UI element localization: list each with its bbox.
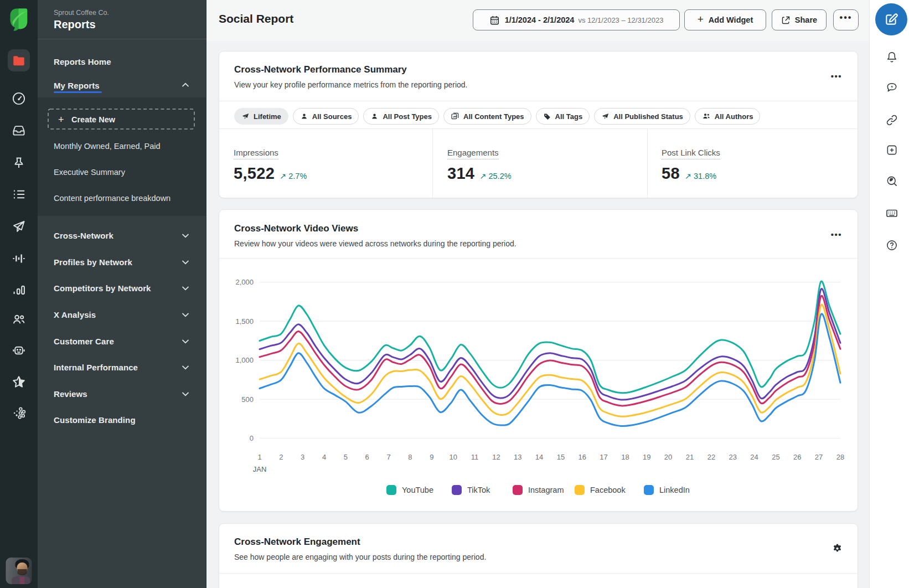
svg-text:28: 28 [836,453,844,461]
svg-text:6: 6 [365,453,369,461]
svg-text:25: 25 [772,453,779,461]
svg-text:17: 17 [600,453,607,461]
svg-text:1,500: 1,500 [235,317,254,326]
svg-text:26: 26 [793,453,801,461]
svg-text:500: 500 [241,395,254,404]
svg-text:1: 1 [257,453,261,461]
svg-text:5: 5 [344,453,348,461]
svg-text:8: 8 [408,453,412,461]
svg-text:9: 9 [430,453,433,461]
svg-text:4: 4 [322,453,326,461]
svg-text:2,000: 2,000 [235,278,254,286]
svg-text:14: 14 [535,453,543,461]
svg-text:12: 12 [492,453,500,461]
svg-text:24: 24 [750,453,758,461]
svg-text:1,000: 1,000 [235,356,254,364]
svg-text:0: 0 [250,434,254,442]
svg-text:18: 18 [621,453,629,461]
svg-text:13: 13 [514,453,521,461]
svg-text:3: 3 [301,453,304,461]
svg-text:21: 21 [686,453,694,461]
svg-text:23: 23 [729,453,736,461]
svg-text:TikTok: TikTok [467,486,490,494]
svg-text:Facebook: Facebook [590,486,626,494]
svg-text:20: 20 [664,453,672,461]
svg-text:16: 16 [579,453,586,461]
svg-text:LinkedIn: LinkedIn [659,486,690,494]
svg-text:22: 22 [707,453,715,461]
svg-text:11: 11 [471,453,479,461]
svg-text:JAN: JAN [253,465,267,473]
svg-text:YouTube: YouTube [402,486,433,494]
svg-text:Instagram: Instagram [528,486,564,494]
svg-text:27: 27 [815,453,823,461]
svg-text:7: 7 [386,453,390,461]
svg-text:2: 2 [279,453,283,461]
svg-text:10: 10 [449,453,457,461]
svg-text:15: 15 [557,453,565,461]
svg-text:19: 19 [643,453,650,461]
